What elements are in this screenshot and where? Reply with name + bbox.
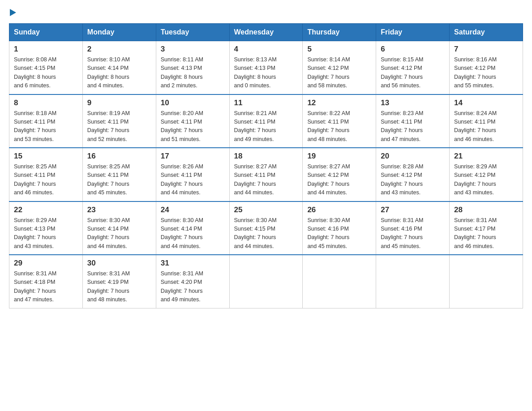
day-number: 14: [454, 98, 518, 107]
calendar-cell: 17Sunrise: 8:26 AMSunset: 4:11 PMDayligh…: [156, 148, 229, 201]
day-number: 11: [234, 98, 298, 107]
calendar-cell: 9Sunrise: 8:19 AMSunset: 4:11 PMDaylight…: [82, 94, 156, 148]
calendar-body: 1Sunrise: 8:08 AMSunset: 4:15 PMDaylight…: [9, 41, 523, 308]
day-info: Sunrise: 8:14 AMSunset: 4:12 PMDaylight:…: [307, 56, 371, 90]
calendar-cell: [376, 255, 450, 308]
logo-triangle-icon: [10, 9, 16, 16]
day-number: 9: [87, 98, 151, 107]
calendar-cell: [229, 255, 303, 308]
calendar-cell: 31Sunrise: 8:31 AMSunset: 4:20 PMDayligh…: [156, 255, 229, 308]
day-number: 21: [454, 152, 518, 161]
day-number: 2: [87, 45, 151, 54]
calendar-cell: 3Sunrise: 8:11 AMSunset: 4:13 PMDaylight…: [156, 41, 229, 94]
day-number: 3: [161, 45, 225, 54]
day-info: Sunrise: 8:28 AMSunset: 4:12 PMDaylight:…: [381, 163, 445, 197]
calendar-cell: 16Sunrise: 8:25 AMSunset: 4:11 PMDayligh…: [82, 148, 156, 201]
day-info: Sunrise: 8:27 AMSunset: 4:11 PMDaylight:…: [234, 163, 298, 197]
day-info: Sunrise: 8:27 AMSunset: 4:12 PMDaylight:…: [307, 163, 371, 197]
day-number: 23: [87, 206, 151, 214]
day-info: Sunrise: 8:26 AMSunset: 4:11 PMDaylight:…: [161, 163, 225, 197]
day-info: Sunrise: 8:15 AMSunset: 4:12 PMDaylight:…: [381, 56, 445, 90]
day-info: Sunrise: 8:23 AMSunset: 4:11 PMDaylight:…: [381, 109, 445, 144]
day-info: Sunrise: 8:25 AMSunset: 4:11 PMDaylight:…: [14, 163, 78, 197]
calendar-cell: 22Sunrise: 8:29 AMSunset: 4:13 PMDayligh…: [9, 201, 83, 255]
week-row-5: 29Sunrise: 8:31 AMSunset: 4:18 PMDayligh…: [9, 255, 523, 308]
calendar-cell: 6Sunrise: 8:15 AMSunset: 4:12 PMDaylight…: [376, 41, 450, 94]
day-info: Sunrise: 8:16 AMSunset: 4:12 PMDaylight:…: [454, 56, 518, 90]
week-row-3: 15Sunrise: 8:25 AMSunset: 4:11 PMDayligh…: [9, 148, 523, 201]
weekday-header-friday: Friday: [376, 24, 450, 41]
day-number: 20: [381, 152, 445, 161]
day-info: Sunrise: 8:25 AMSunset: 4:11 PMDaylight:…: [87, 163, 151, 197]
weekday-header-monday: Monday: [82, 24, 156, 41]
day-info: Sunrise: 8:31 AMSunset: 4:19 PMDaylight:…: [87, 270, 151, 304]
day-info: Sunrise: 8:30 AMSunset: 4:16 PMDaylight:…: [307, 216, 371, 251]
day-info: Sunrise: 8:31 AMSunset: 4:16 PMDaylight:…: [381, 216, 445, 251]
calendar-cell: 11Sunrise: 8:21 AMSunset: 4:11 PMDayligh…: [229, 94, 303, 148]
day-info: Sunrise: 8:30 AMSunset: 4:14 PMDaylight:…: [87, 216, 151, 251]
day-number: 17: [161, 152, 225, 161]
day-number: 6: [381, 45, 445, 54]
calendar-table: SundayMondayTuesdayWednesdayThursdayFrid…: [9, 23, 523, 308]
day-info: Sunrise: 8:18 AMSunset: 4:11 PMDaylight:…: [14, 109, 78, 144]
calendar-cell: 15Sunrise: 8:25 AMSunset: 4:11 PMDayligh…: [9, 148, 83, 201]
calendar-cell: [450, 255, 523, 308]
calendar-cell: 7Sunrise: 8:16 AMSunset: 4:12 PMDaylight…: [450, 41, 523, 94]
day-info: Sunrise: 8:24 AMSunset: 4:11 PMDaylight:…: [454, 109, 518, 144]
calendar-cell: 13Sunrise: 8:23 AMSunset: 4:11 PMDayligh…: [376, 94, 450, 148]
weekday-header-wednesday: Wednesday: [229, 24, 303, 41]
calendar-cell: [303, 255, 376, 308]
week-row-1: 1Sunrise: 8:08 AMSunset: 4:15 PMDaylight…: [9, 41, 523, 94]
day-info: Sunrise: 8:29 AMSunset: 4:13 PMDaylight:…: [14, 216, 78, 251]
page-header: [9, 9, 523, 14]
week-row-4: 22Sunrise: 8:29 AMSunset: 4:13 PMDayligh…: [9, 201, 523, 255]
calendar-cell: 29Sunrise: 8:31 AMSunset: 4:18 PMDayligh…: [9, 255, 83, 308]
day-info: Sunrise: 8:19 AMSunset: 4:11 PMDaylight:…: [87, 109, 151, 144]
weekday-header-row: SundayMondayTuesdayWednesdayThursdayFrid…: [9, 24, 523, 41]
weekday-header-sunday: Sunday: [9, 24, 83, 41]
day-number: 28: [454, 206, 518, 214]
calendar-cell: 28Sunrise: 8:31 AMSunset: 4:17 PMDayligh…: [450, 201, 523, 255]
day-number: 18: [234, 152, 298, 161]
day-info: Sunrise: 8:31 AMSunset: 4:18 PMDaylight:…: [14, 270, 78, 304]
day-info: Sunrise: 8:13 AMSunset: 4:13 PMDaylight:…: [234, 56, 298, 90]
day-info: Sunrise: 8:22 AMSunset: 4:11 PMDaylight:…: [307, 109, 371, 144]
calendar-cell: 14Sunrise: 8:24 AMSunset: 4:11 PMDayligh…: [450, 94, 523, 148]
calendar-cell: 23Sunrise: 8:30 AMSunset: 4:14 PMDayligh…: [82, 201, 156, 255]
calendar-cell: 1Sunrise: 8:08 AMSunset: 4:15 PMDaylight…: [9, 41, 83, 94]
day-number: 29: [14, 259, 78, 268]
day-number: 27: [381, 206, 445, 214]
calendar-cell: 12Sunrise: 8:22 AMSunset: 4:11 PMDayligh…: [303, 94, 376, 148]
calendar-header: SundayMondayTuesdayWednesdayThursdayFrid…: [9, 24, 523, 41]
day-number: 13: [381, 98, 445, 107]
calendar-cell: 26Sunrise: 8:30 AMSunset: 4:16 PMDayligh…: [303, 201, 376, 255]
day-info: Sunrise: 8:30 AMSunset: 4:15 PMDaylight:…: [234, 216, 298, 251]
day-number: 31: [161, 259, 225, 268]
day-number: 7: [454, 45, 518, 54]
day-number: 24: [161, 206, 225, 214]
day-info: Sunrise: 8:31 AMSunset: 4:17 PMDaylight:…: [454, 216, 518, 251]
day-info: Sunrise: 8:11 AMSunset: 4:13 PMDaylight:…: [161, 56, 225, 90]
calendar-cell: 8Sunrise: 8:18 AMSunset: 4:11 PMDaylight…: [9, 94, 83, 148]
weekday-header-thursday: Thursday: [303, 24, 376, 41]
day-info: Sunrise: 8:08 AMSunset: 4:15 PMDaylight:…: [14, 56, 78, 90]
day-number: 26: [307, 206, 371, 214]
week-row-2: 8Sunrise: 8:18 AMSunset: 4:11 PMDaylight…: [9, 94, 523, 148]
day-number: 22: [14, 206, 78, 214]
calendar-cell: 4Sunrise: 8:13 AMSunset: 4:13 PMDaylight…: [229, 41, 303, 94]
day-info: Sunrise: 8:31 AMSunset: 4:20 PMDaylight:…: [161, 270, 225, 304]
day-info: Sunrise: 8:21 AMSunset: 4:11 PMDaylight:…: [234, 109, 298, 144]
day-number: 1: [14, 45, 78, 54]
calendar-cell: 19Sunrise: 8:27 AMSunset: 4:12 PMDayligh…: [303, 148, 376, 201]
logo-text: [9, 9, 17, 16]
day-info: Sunrise: 8:29 AMSunset: 4:12 PMDaylight:…: [454, 163, 518, 197]
calendar-cell: 24Sunrise: 8:30 AMSunset: 4:14 PMDayligh…: [156, 201, 229, 255]
day-number: 16: [87, 152, 151, 161]
day-number: 12: [307, 98, 371, 107]
day-number: 5: [307, 45, 371, 54]
calendar-cell: 5Sunrise: 8:14 AMSunset: 4:12 PMDaylight…: [303, 41, 376, 94]
day-number: 10: [161, 98, 225, 107]
calendar-cell: 20Sunrise: 8:28 AMSunset: 4:12 PMDayligh…: [376, 148, 450, 201]
logo: [9, 9, 17, 14]
calendar-cell: 21Sunrise: 8:29 AMSunset: 4:12 PMDayligh…: [450, 148, 523, 201]
